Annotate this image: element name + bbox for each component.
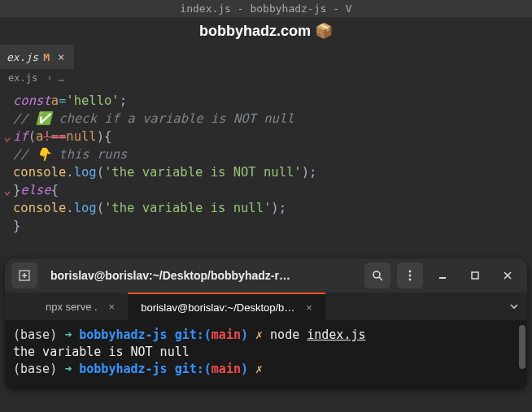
close-icon	[502, 270, 513, 281]
svg-point-2	[409, 271, 412, 273]
terminal-titlebar: borislav@borislav:~/Desktop/bobbyhadz-r…	[5, 258, 527, 293]
terminal-line: (base) ➜ bobbyhadz-js git:(main) ✗	[13, 361, 519, 378]
terminal-output[interactable]: (base) ➜ bobbyhadz-js git:(main) ✗ node …	[5, 320, 527, 389]
fold-icon[interactable]: ⌄	[2, 128, 13, 145]
close-button[interactable]	[495, 262, 521, 288]
editor-tab-bar: ex.js M ×	[0, 45, 532, 69]
search-button[interactable]	[364, 262, 390, 288]
terminal-tab-label: npx serve .	[46, 301, 98, 313]
breadcrumb[interactable]: ex.js › …	[0, 69, 532, 87]
chevron-down-icon	[509, 301, 519, 311]
breadcrumb-file: ex.js	[8, 72, 37, 84]
window-title: index.js - bobbyhadz-js - V	[0, 0, 532, 17]
code-line: // ✅ check if a variable is NOT null	[0, 110, 532, 128]
breadcrumb-rest: › …	[46, 72, 64, 84]
maximize-button[interactable]	[462, 262, 488, 288]
terminal-tab-2[interactable]: borislav@borislav:~/Desktop/b… ×	[128, 293, 325, 320]
svg-point-3	[409, 275, 412, 277]
code-line: }	[0, 217, 532, 235]
fold-icon[interactable]: ⌄	[2, 181, 13, 199]
new-tab-button[interactable]	[11, 262, 37, 288]
terminal-tab-close-icon[interactable]: ×	[306, 301, 312, 314]
terminal-tab-dropdown[interactable]	[501, 293, 527, 320]
minimize-icon	[437, 270, 448, 281]
code-line: console.log('the variable is NOT null');	[0, 163, 532, 181]
terminal-tabs: npx serve . × borislav@borislav:~/Deskto…	[5, 293, 527, 320]
terminal-line: (base) ➜ bobbyhadz-js git:(main) ✗ node …	[13, 327, 519, 344]
terminal-tab-close-icon[interactable]: ×	[109, 301, 116, 313]
terminal-tab-1[interactable]: npx serve . ×	[5, 293, 128, 320]
svg-point-1	[373, 271, 380, 278]
code-line: ⌄ if (a !== null) {	[0, 128, 532, 145]
code-line: console.log('the variable is null');	[0, 199, 532, 217]
terminal-tab-label: borislav@borislav:~/Desktop/b…	[141, 301, 294, 314]
code-line: const a = 'hello';	[0, 92, 532, 110]
editor-tab[interactable]: ex.js M ×	[0, 45, 74, 69]
plus-icon	[18, 269, 31, 282]
code-line: ⌄ } else {	[0, 181, 532, 199]
tab-modified-indicator: M	[43, 51, 50, 63]
maximize-icon	[469, 270, 481, 281]
svg-rect-5	[472, 272, 478, 279]
code-line: // 👇 this runs	[0, 145, 532, 163]
site-banner: bobbyhadz.com 📦	[0, 17, 532, 45]
scrollbar[interactable]	[519, 325, 525, 369]
minimize-button[interactable]	[430, 262, 456, 288]
code-editor[interactable]: const a = 'hello'; // ✅ check if a varia…	[0, 87, 532, 243]
terminal-title: borislav@borislav:~/Desktop/bobbyhadz-r…	[44, 269, 358, 282]
kebab-icon	[403, 269, 416, 282]
tab-filename: ex.js	[7, 51, 38, 63]
menu-button[interactable]	[397, 262, 423, 288]
tab-close-icon[interactable]: ×	[55, 50, 68, 63]
terminal-line: the variable is NOT null	[13, 344, 519, 361]
terminal-panel: borislav@borislav:~/Desktop/bobbyhadz-r……	[5, 258, 527, 389]
search-icon	[371, 269, 384, 282]
svg-point-4	[409, 279, 412, 281]
